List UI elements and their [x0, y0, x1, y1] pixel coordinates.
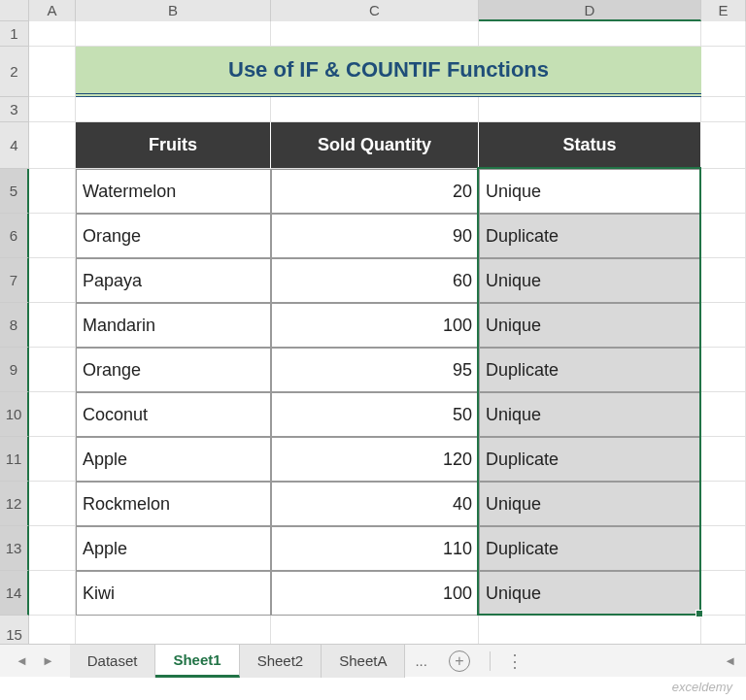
hscroll-left-icon[interactable]: ◄	[724, 653, 736, 668]
cell-qty[interactable]: 60	[271, 258, 479, 303]
cell-status[interactable]: Duplicate	[479, 348, 701, 392]
col-header-D[interactable]: D	[479, 0, 701, 21]
tab-nav-prev-icon[interactable]: ◄	[16, 653, 28, 668]
row-header-10[interactable]: 10	[0, 392, 29, 437]
row-header-7[interactable]: 7	[0, 258, 29, 303]
cell-fruit[interactable]: Rockmelon	[76, 482, 271, 526]
tab-options-icon[interactable]: ⋮	[498, 650, 533, 672]
cell-status[interactable]: Unique	[479, 303, 701, 348]
cell-status[interactable]: Unique	[479, 169, 701, 214]
cell-fruit[interactable]: Mandarin	[76, 303, 271, 348]
sheet-tabs: DatasetSheet1Sheet2SheetA	[70, 645, 406, 678]
cell-qty[interactable]: 50	[271, 392, 479, 437]
cell-status[interactable]: Duplicate	[479, 437, 701, 482]
cell-status[interactable]: Unique	[479, 571, 701, 616]
row-headers: 1 2 3 4 5 6 7 8 9 10 11 12 13 14 15	[0, 21, 29, 654]
cell-qty[interactable]: 110	[271, 526, 479, 571]
cell-fruit[interactable]: Papaya	[76, 258, 271, 303]
add-sheet-button[interactable]: +	[449, 650, 470, 672]
cell-fruit[interactable]: Watermelon	[76, 169, 271, 214]
tabs-overflow[interactable]: ...	[405, 652, 437, 669]
cell-status[interactable]: Duplicate	[479, 526, 701, 571]
row-header-6[interactable]: 6	[0, 214, 29, 258]
cell-status[interactable]: Unique	[479, 392, 701, 437]
sheet-tab-dataset[interactable]: Dataset	[70, 645, 156, 678]
cell-status[interactable]: Unique	[479, 258, 701, 303]
row-header-5[interactable]: 5	[0, 169, 29, 214]
column-headers: A B C D E	[0, 0, 746, 21]
cell-qty[interactable]: 120	[271, 437, 479, 482]
row-header-8[interactable]: 8	[0, 303, 29, 348]
cell-qty[interactable]: 40	[271, 482, 479, 526]
cell-qty[interactable]: 90	[271, 214, 479, 258]
cell-status[interactable]: Unique	[479, 482, 701, 526]
row-header-9[interactable]: 9	[0, 348, 29, 392]
watermark: exceldemy	[672, 680, 732, 694]
cell-qty[interactable]: 20	[271, 169, 479, 214]
col-header-E[interactable]: E	[701, 0, 746, 21]
header-fruits[interactable]: Fruits	[76, 122, 271, 169]
row-header-14[interactable]: 14	[0, 571, 29, 616]
cell-fruit[interactable]: Apple	[76, 526, 271, 571]
sheet-tab-bar: ◄ ► DatasetSheet1Sheet2SheetA ... + ⋮ ◄	[0, 644, 746, 677]
spreadsheet-grid: A B C D E 1 2 3 4 5 6 7 8 9 10 11 12 13 …	[0, 0, 746, 658]
cell-qty[interactable]: 95	[271, 348, 479, 392]
cell-qty[interactable]: 100	[271, 571, 479, 616]
title-banner: Use of IF & COUNTIF Functions	[76, 47, 701, 97]
col-header-A[interactable]: A	[29, 0, 76, 21]
cell-fruit[interactable]: Apple	[76, 437, 271, 482]
header-status[interactable]: Status	[479, 122, 701, 169]
cell-status[interactable]: Duplicate	[479, 214, 701, 258]
select-all-corner[interactable]	[0, 0, 29, 21]
cell-fruit[interactable]: Orange	[76, 214, 271, 258]
tab-nav-next-icon[interactable]: ►	[42, 653, 54, 668]
cells-area[interactable]: Fruits Sold Quantity Status Watermelon20…	[29, 21, 746, 654]
row-header-3[interactable]: 3	[0, 97, 29, 122]
col-header-B[interactable]: B	[76, 0, 271, 21]
row-header-11[interactable]: 11	[0, 437, 29, 482]
row-header-13[interactable]: 13	[0, 526, 29, 571]
row-header-12[interactable]: 12	[0, 482, 29, 526]
header-qty[interactable]: Sold Quantity	[271, 122, 479, 169]
sheet-tab-sheet1[interactable]: Sheet1	[155, 645, 239, 678]
row-header-4[interactable]: 4	[0, 122, 29, 169]
sheet-tab-sheet2[interactable]: Sheet2	[240, 645, 322, 678]
cell-fruit[interactable]: Kiwi	[76, 571, 271, 616]
divider	[490, 651, 491, 671]
cell-qty[interactable]: 100	[271, 303, 479, 348]
col-header-C[interactable]: C	[271, 0, 479, 21]
row-header-2[interactable]: 2	[0, 47, 29, 97]
row-header-1[interactable]: 1	[0, 21, 29, 47]
cell-fruit[interactable]: Coconut	[76, 392, 271, 437]
cell-fruit[interactable]: Orange	[76, 348, 271, 392]
sheet-tab-sheeta[interactable]: SheetA	[322, 645, 405, 678]
